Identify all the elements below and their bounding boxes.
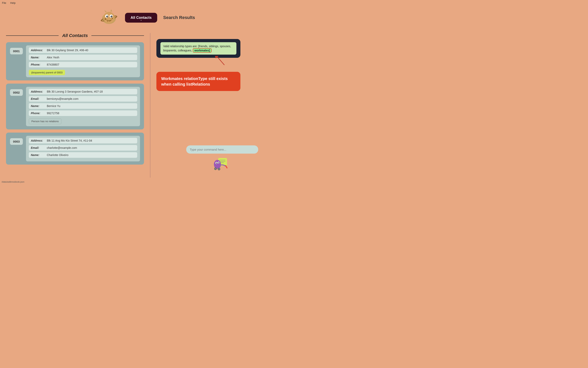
contacts-panel: All Contacts 0001 Address: Blk 30 Geylan… <box>0 31 150 180</box>
name-value-0002: Bernice Yu <box>47 104 60 108</box>
email-label-0002: Email: <box>31 97 47 101</box>
address-value-0002: Blk 30 Lorong 3 Serangoon Gardens, #07-1… <box>47 90 103 93</box>
main-layout: All Contacts 0001 Address: Blk 30 Geylan… <box>0 31 294 180</box>
title-line-left <box>6 35 59 36</box>
contact-name-field-0002: Name: Bernice Yu <box>29 103 137 109</box>
svg-point-2 <box>103 12 115 23</box>
contact-id-0002: 0002 <box>10 89 23 96</box>
input-area <box>156 145 288 178</box>
contact-address-field-0001: Address: Blk 30 Geylang Street 29, #06-4… <box>29 47 137 53</box>
section-title: All Contacts <box>62 33 88 38</box>
menu-help[interactable]: Help <box>10 1 16 4</box>
phone-value-0002: 99272758 <box>47 112 59 115</box>
address-value-0001: Blk 30 Geylang Street 29, #06-40 <box>47 49 88 52</box>
title-line-right <box>92 35 144 36</box>
svg-point-11 <box>105 18 106 20</box>
name-label-0002: Name: <box>31 104 47 108</box>
contact-name-field-0001: Name: Alex Yeoh <box>29 55 137 60</box>
header: All Contacts Search Results <box>0 6 294 30</box>
contact-name-field-0003: Name: Charlotte Oliveiro <box>29 152 137 158</box>
address-label-0003: Address: <box>31 139 47 142</box>
contact-id-0003: 0003 <box>10 138 23 145</box>
contact-address-field-0003: Address: Blk 11 Ang Mo Kio Street 74, #1… <box>29 138 137 143</box>
contact-email-field-0002: Email: berniceyu@example.com <box>29 96 137 101</box>
phone-label-0001: Phone: <box>31 63 47 66</box>
svg-point-12 <box>110 20 110 21</box>
tooltip-box: Valid relationship types are: [friends, … <box>156 39 240 58</box>
all-contacts-button[interactable]: All Contacts <box>125 13 157 23</box>
email-value-0002: berniceyu@example.com <box>47 97 78 101</box>
contact-address-field-0002: Address: Blk 30 Lorong 3 Serangoon Garde… <box>29 89 137 94</box>
address-label-0001: Address: <box>31 49 47 52</box>
phone-value-0001: 87438807 <box>47 63 59 66</box>
svg-point-24 <box>216 163 217 164</box>
section-title-row: All Contacts <box>6 33 144 38</box>
name-label-0003: Name: <box>31 153 47 156</box>
contact-details-0002: Address: Blk 30 Lorong 3 Serangoon Garde… <box>26 87 140 126</box>
contact-card-0003: 0003 Address: Blk 11 Ang Mo Kio Street 7… <box>6 133 144 165</box>
svg-line-16 <box>217 57 224 65</box>
svg-point-29 <box>215 168 216 169</box>
tooltip-highlight: workmates] <box>193 48 211 53</box>
svg-point-30 <box>218 168 220 170</box>
svg-marker-9 <box>104 10 107 12</box>
red-arrow-icon <box>214 56 226 67</box>
search-results-label: Search Results <box>163 15 195 20</box>
contact-email-field-0003: Email: charlotte@example.com <box>29 145 137 151</box>
relation-tag-0002: Person has no relations <box>29 118 61 124</box>
contact-card-0001: 0001 Address: Blk 30 Geylang Street 29, … <box>6 42 144 80</box>
command-input[interactable] <box>186 145 258 154</box>
svg-point-21 <box>214 160 221 169</box>
address-label-0002: Address: <box>31 90 47 93</box>
contact-phone-field-0002: Phone: 99272758 <box>29 110 137 116</box>
address-value-0003: Blk 11 Ang Mo Kio Street 74, #11-04 <box>47 139 92 142</box>
svg-point-13 <box>112 18 113 19</box>
app-logo <box>99 8 119 28</box>
name-label-0001: Name: <box>31 56 47 59</box>
message-box: Workmates relationType still exists when… <box>156 72 240 91</box>
contact-phone-field-0001: Phone: 87438807 <box>29 62 137 67</box>
name-value-0001: Alex Yeoh <box>47 56 59 59</box>
svg-point-14 <box>107 21 108 22</box>
message-text: Workmates relationType still exists when… <box>161 76 228 86</box>
name-value-0003: Charlotte Oliveiro <box>47 153 68 156</box>
contact-details-0001: Address: Blk 30 Geylang Street 29, #06-4… <box>26 46 140 77</box>
tooltip-content: Valid relationship types are: [friends, … <box>160 42 236 55</box>
contact-card-0002: 0002 Address: Blk 30 Lorong 3 Serangoon … <box>6 83 144 129</box>
contact-id-0001: 0001 <box>10 48 23 55</box>
svg-point-7 <box>107 16 108 17</box>
relation-tag-0001: (bioparents) parent of 0003 <box>29 70 65 75</box>
right-panel: Valid relationship types are: [friends, … <box>150 31 294 180</box>
email-value-0003: charlotte@example.com <box>47 146 77 149</box>
mascot-bottom-icon <box>212 156 232 172</box>
menu-bar: File Help <box>0 0 294 6</box>
email-label-0003: Email: <box>31 146 47 149</box>
phone-label-0002: Phone: <box>31 112 47 115</box>
status-path: /data/addressbook.json <box>2 181 24 183</box>
logo-icon <box>100 9 118 27</box>
svg-point-8 <box>111 16 112 17</box>
contact-details-0003: Address: Blk 11 Ang Mo Kio Street 74, #1… <box>26 136 140 161</box>
status-bar: /data/addressbook.json <box>0 180 294 184</box>
menu-file[interactable]: File <box>2 1 6 4</box>
svg-point-25 <box>218 162 219 163</box>
svg-marker-10 <box>110 9 112 12</box>
